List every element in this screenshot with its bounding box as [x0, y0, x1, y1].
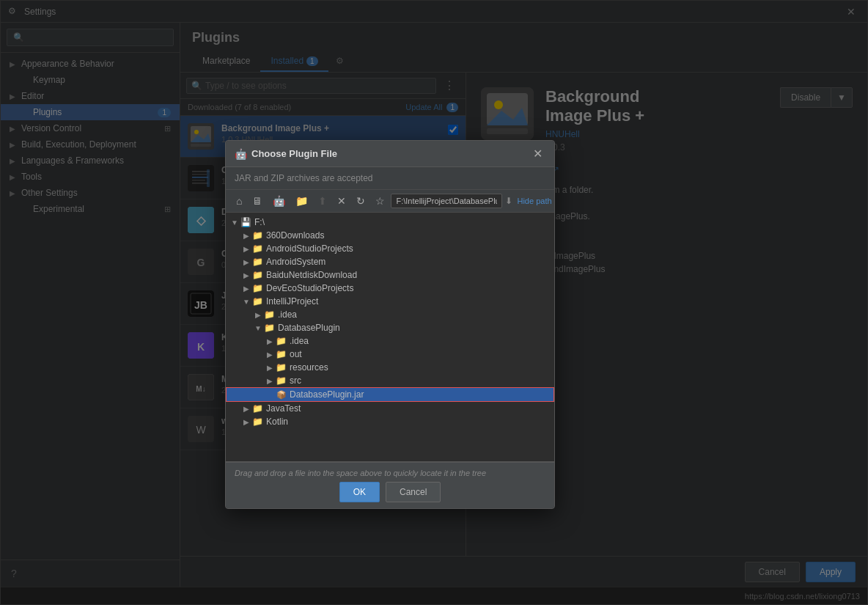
tree-item-androidstudio[interactable]: ▶ 📁 AndroidStudioProjects — [226, 242, 554, 255]
tree-arrow: ▶ — [264, 351, 276, 359]
dialog-ok-button[interactable]: OK — [339, 482, 380, 502]
folder-icon: 📁 — [252, 243, 263, 254]
tree-arrow: ▶ — [240, 405, 252, 413]
choose-plugin-dialog: 🤖 Choose Plugin File ✕ JAR and ZIP archi… — [225, 140, 555, 509]
tree-arrow: ▶ — [240, 418, 252, 426]
toolbar-desktop-button[interactable]: 🖥 — [248, 193, 267, 209]
download-icon[interactable]: ⬇ — [505, 196, 512, 206]
jar-file-icon: 📦 — [276, 390, 287, 400]
tree-item-label: AndroidStudioProjects — [266, 243, 353, 254]
tree-item-label: out — [290, 349, 302, 359]
tree-item-label: .idea — [278, 309, 297, 320]
tree-item-label: BaiduNetdiskDownload — [266, 270, 357, 280]
tree-item-label: DevEcoStudioProjects — [266, 283, 353, 293]
dialog-title-bar: 🤖 Choose Plugin File ✕ — [226, 141, 554, 167]
tree-item-label: .idea — [290, 336, 309, 346]
dialog-overlay: 🤖 Choose Plugin File ✕ JAR and ZIP archi… — [0, 0, 868, 605]
tree-arrow: ▶ — [240, 285, 252, 293]
folder-icon: 📁 — [252, 403, 263, 414]
dialog-cancel-button[interactable]: Cancel — [386, 482, 441, 502]
tree-item-kotlin[interactable]: ▶ 📁 Kotlin — [226, 415, 554, 428]
tree-item-resources[interactable]: ▶ 📁 resources — [226, 361, 554, 374]
tree-item-label: DatabasePlugin.jar — [290, 389, 364, 400]
folder-icon: 📁 — [252, 296, 263, 307]
toolbar-folder-up-button[interactable]: ⬆ — [314, 193, 331, 209]
tree-item-dbpluginjar[interactable]: 📦 DatabasePlugin.jar — [226, 387, 554, 402]
dialog-hint: Drag and drop a file into the space abov… — [235, 469, 545, 477]
tree-arrow: ▶ — [240, 258, 252, 266]
tree-arrow: ▶ — [252, 311, 264, 319]
folder-icon: 📁 — [252, 270, 263, 280]
folder-icon: 📁 — [276, 349, 287, 359]
tree-item-label: 360Downloads — [266, 230, 324, 241]
dialog-title-text: Choose Plugin File — [251, 148, 530, 159]
dialog-buttons: OK Cancel — [235, 482, 545, 502]
toolbar-refresh-button[interactable]: ↻ — [352, 193, 369, 209]
dialog-footer: Drag and drop a file into the space abov… — [226, 462, 554, 508]
toolbar-android-button[interactable]: 🤖 — [268, 193, 290, 209]
dialog-subtitle: JAR and ZIP archives are accepted — [226, 167, 554, 190]
dialog-toolbar: ⌂ 🖥 🤖 📁 ⬆ ✕ ↻ ☆ ⬇ Hide path — [226, 190, 554, 213]
folder-icon: 📁 — [276, 336, 287, 346]
hide-path-button[interactable]: Hide path — [517, 197, 551, 205]
folder-icon: 📁 — [264, 309, 275, 320]
tree-item-javatest[interactable]: ▶ 📁 JavaTest — [226, 402, 554, 415]
tree-item-idea2[interactable]: ▶ 📁 .idea — [226, 334, 554, 348]
tree-item-intellij[interactable]: ▼ 📁 IntelliJProject — [226, 295, 554, 308]
tree-arrow: ▶ — [264, 364, 276, 372]
folder-icon: 📁 — [264, 323, 275, 333]
toolbar-delete-button[interactable]: ✕ — [333, 193, 350, 209]
toolbar-folder-new-button[interactable]: 📁 — [291, 193, 312, 209]
tree-item-label: resources — [290, 362, 328, 373]
tree-item-baidu[interactable]: ▶ 📁 BaiduNetdiskDownload — [226, 268, 554, 282]
tree-item-label: src — [290, 375, 301, 386]
tree-item-label: Kotlin — [266, 417, 288, 427]
drive-icon: 💾 — [240, 217, 251, 227]
tree-item-src[interactable]: ▶ 📁 src — [226, 374, 554, 387]
toolbar-bookmark-button[interactable]: ☆ — [371, 193, 389, 209]
tree-item-froot[interactable]: ▼ 💾 F:\ — [226, 216, 554, 229]
tree-arrow: ▼ — [240, 298, 252, 306]
dialog-title-icon: 🤖 — [235, 148, 247, 160]
toolbar-home-button[interactable]: ⌂ — [232, 193, 246, 209]
tree-arrow: ▼ — [229, 219, 240, 227]
folder-icon: 📁 — [252, 417, 263, 427]
folder-icon: 📁 — [276, 362, 287, 373]
folder-icon: 📁 — [252, 283, 263, 293]
tree-item-label: AndroidSystem — [266, 257, 326, 267]
dialog-tree[interactable]: ▼ 💾 F:\ ▶ 📁 360Downloads ▶ 📁 AndroidStud… — [226, 213, 554, 462]
tree-arrow: ▶ — [264, 377, 276, 385]
tree-item-360downloads[interactable]: ▶ 📁 360Downloads — [226, 229, 554, 242]
dialog-path-input[interactable] — [391, 194, 502, 208]
tree-item-idea1[interactable]: ▶ 📁 .idea — [226, 308, 554, 321]
tree-arrow: ▶ — [240, 271, 252, 279]
folder-icon: 📁 — [252, 230, 263, 241]
tree-item-label: DatabasePlugin — [278, 323, 340, 333]
tree-item-deveco[interactable]: ▶ 📁 DevEcoStudioProjects — [226, 282, 554, 295]
tree-arrow: ▶ — [240, 232, 252, 240]
tree-item-label: JavaTest — [266, 403, 301, 414]
tree-arrow: ▶ — [240, 245, 252, 253]
tree-item-label: IntelliJProject — [266, 296, 318, 307]
folder-icon: 📁 — [276, 375, 287, 386]
tree-arrow: ▼ — [252, 324, 264, 332]
folder-icon: 📁 — [252, 257, 263, 267]
tree-item-out[interactable]: ▶ 📁 out — [226, 348, 554, 361]
tree-item-androidsystem[interactable]: ▶ 📁 AndroidSystem — [226, 255, 554, 268]
tree-arrow: ▶ — [264, 337, 276, 345]
tree-item-dbplugin[interactable]: ▼ 📁 DatabasePlugin — [226, 321, 554, 334]
tree-item-label: F:\ — [254, 217, 265, 227]
dialog-close-button[interactable]: ✕ — [530, 147, 545, 161]
